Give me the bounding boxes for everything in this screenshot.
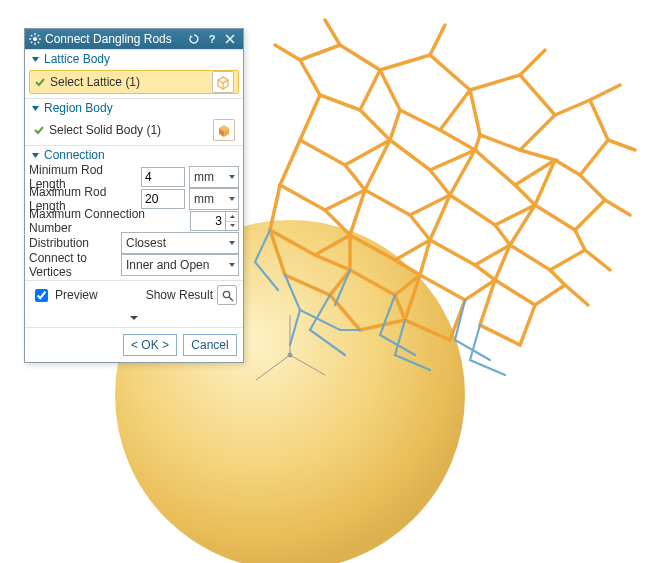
- svg-line-20: [38, 35, 40, 37]
- distribution-label: Distribution: [29, 236, 117, 250]
- svg-line-7: [590, 85, 620, 100]
- dropdown-arrow-icon: [228, 173, 236, 181]
- svg-line-18: [31, 35, 33, 37]
- reset-button[interactable]: [185, 31, 203, 47]
- preview-checkbox-input[interactable]: [35, 289, 48, 302]
- dropdown-arrow-icon: [228, 239, 236, 247]
- select-solid-body-row[interactable]: Select Solid Body (1): [29, 119, 239, 141]
- combo-value: Inner and Open: [126, 258, 209, 272]
- min-rod-length-unit[interactable]: mm: [189, 166, 239, 188]
- max-rod-length-unit[interactable]: mm: [189, 188, 239, 210]
- svg-line-9: [605, 200, 630, 215]
- max-conn-number-input[interactable]: [190, 211, 226, 231]
- section-title: Lattice Body: [44, 52, 110, 66]
- select-lattice-label: Select Lattice (1): [50, 75, 208, 89]
- show-result-label: Show Result: [146, 288, 213, 302]
- check-icon: [33, 124, 45, 136]
- svg-line-4: [325, 20, 340, 45]
- unit-label: mm: [194, 170, 214, 184]
- gear-icon: [29, 33, 41, 45]
- section-title: Connection: [44, 148, 105, 162]
- close-button[interactable]: [221, 31, 239, 47]
- spinner-up-button[interactable]: [226, 212, 238, 222]
- dialog-titlebar[interactable]: Connect Dangling Rods ?: [25, 29, 243, 49]
- svg-point-13: [33, 37, 37, 41]
- max-rod-length-input[interactable]: [141, 189, 185, 209]
- distribution-combo[interactable]: Closest: [121, 232, 239, 254]
- max-conn-spinner: [226, 211, 239, 231]
- svg-text:?: ?: [209, 33, 216, 45]
- section-title: Region Body: [44, 101, 113, 115]
- svg-line-19: [38, 42, 40, 44]
- dropdown-arrow-icon: [228, 195, 236, 203]
- svg-line-8: [608, 140, 635, 150]
- min-rod-length-input[interactable]: [141, 167, 185, 187]
- collapse-caret-icon[interactable]: [128, 311, 140, 325]
- section-header-region[interactable]: Region Body: [25, 98, 243, 117]
- preview-checkbox[interactable]: Preview: [31, 286, 98, 305]
- svg-line-24: [229, 297, 233, 301]
- ok-button[interactable]: < OK >: [123, 334, 177, 356]
- svg-line-6: [520, 50, 545, 75]
- connect-to-vertices-combo[interactable]: Inner and Open: [121, 254, 239, 276]
- connect-dangling-rods-dialog: Connect Dangling Rods ? Lattice Body Sel…: [24, 28, 244, 363]
- svg-line-21: [31, 42, 33, 44]
- svg-line-5: [430, 25, 445, 55]
- connect-to-vertices-label: Connect to Vertices: [29, 251, 117, 279]
- disclosure-down-icon: [31, 151, 40, 160]
- svg-line-12: [275, 45, 300, 60]
- show-result-button[interactable]: Show Result: [146, 285, 237, 305]
- magnifier-icon: [217, 285, 237, 305]
- lattice-cube-icon[interactable]: [212, 71, 234, 93]
- preview-label: Preview: [55, 288, 98, 302]
- cancel-button[interactable]: Cancel: [183, 334, 237, 356]
- help-button[interactable]: ?: [203, 31, 221, 47]
- select-lattice-row[interactable]: Select Lattice (1): [29, 70, 239, 94]
- svg-line-11: [565, 285, 588, 305]
- unit-label: mm: [194, 192, 214, 206]
- solid-cube-icon[interactable]: [213, 119, 235, 141]
- svg-point-23: [223, 291, 229, 297]
- combo-value: Closest: [126, 236, 166, 250]
- dropdown-arrow-icon: [228, 261, 236, 269]
- disclosure-down-icon: [31, 104, 40, 113]
- dialog-title: Connect Dangling Rods: [45, 32, 185, 46]
- svg-point-3: [288, 353, 292, 357]
- max-conn-number-label: Maximum Connection Number: [29, 207, 186, 235]
- section-header-connection[interactable]: Connection: [25, 145, 243, 164]
- select-solid-body-label: Select Solid Body (1): [49, 123, 209, 137]
- svg-line-10: [585, 250, 610, 270]
- check-icon: [34, 76, 46, 88]
- disclosure-down-icon: [31, 55, 40, 64]
- spinner-down-button[interactable]: [226, 222, 238, 231]
- section-header-lattice[interactable]: Lattice Body: [25, 49, 243, 68]
